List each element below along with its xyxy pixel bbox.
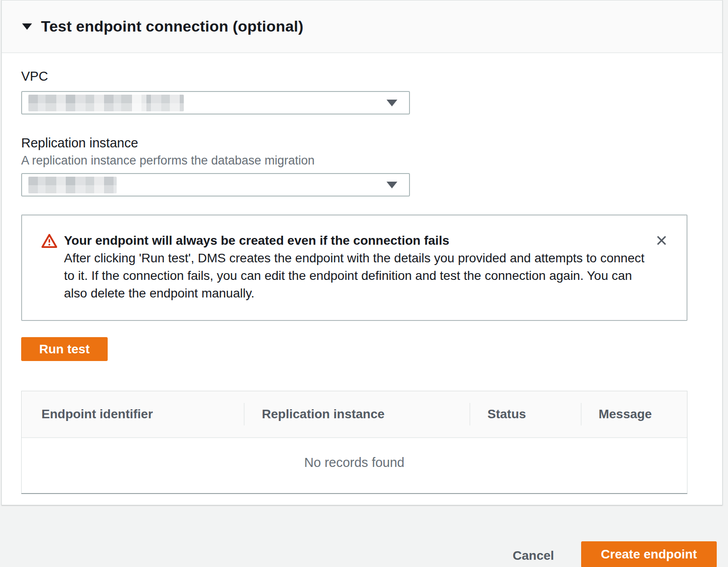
section-title: Test endpoint connection (optional) (41, 18, 303, 35)
replication-instance-field: Replication instance A replication insta… (21, 135, 686, 197)
triangle-down-icon[interactable] (22, 23, 32, 30)
column-header-status: Status (469, 407, 581, 421)
create-endpoint-button[interactable]: Create endpoint (581, 541, 717, 567)
dropdown-caret-icon (387, 100, 397, 106)
column-header-replication-instance: Replication instance (244, 407, 469, 421)
vpc-label: VPC (21, 69, 686, 84)
replication-instance-description: A replication instance performs the data… (21, 153, 686, 168)
wizard-footer: Cancel Create endpoint (0, 505, 728, 567)
warning-triangle-icon (41, 233, 58, 251)
alert-body: After clicking 'Run test', DMS creates t… (64, 249, 646, 302)
endpoint-warning-alert: Your endpoint will always be created eve… (21, 215, 687, 321)
table-header-row: Endpoint identifier Replication instance… (22, 391, 687, 438)
dropdown-caret-icon (387, 182, 397, 188)
replication-instance-label: Replication instance (21, 135, 686, 151)
close-icon[interactable] (653, 232, 670, 249)
empty-state-message: No records found (22, 438, 687, 493)
run-test-button[interactable]: Run test (21, 337, 108, 361)
column-header-endpoint-identifier: Endpoint identifier (22, 407, 244, 421)
column-header-message: Message (581, 407, 687, 421)
replication-instance-redacted-value (28, 177, 117, 193)
test-results-table: Endpoint identifier Replication instance… (21, 391, 687, 494)
alert-text: Your endpoint will always be created eve… (64, 232, 646, 302)
alert-title: Your endpoint will always be created eve… (64, 232, 646, 249)
vpc-select[interactable] (21, 91, 410, 114)
section-body: VPC Replication instance A replication i… (2, 53, 722, 505)
section-collapse-header[interactable]: Test endpoint connection (optional) (2, 0, 722, 53)
replication-instance-select[interactable] (21, 173, 410, 197)
vpc-redacted-value (28, 95, 184, 111)
test-endpoint-connection-section: Test endpoint connection (optional) VPC … (1, 0, 723, 505)
cancel-button[interactable]: Cancel (513, 549, 554, 563)
vpc-field: VPC (21, 69, 686, 114)
